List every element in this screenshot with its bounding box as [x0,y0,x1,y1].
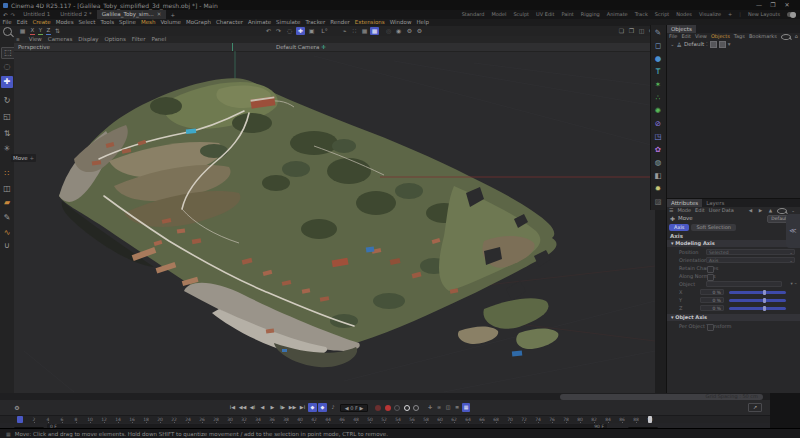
menu-render[interactable]: Render [328,19,353,26]
maximize-button[interactable]: ❐ [766,0,780,10]
group-header-object-axis[interactable]: ▾ Object Axis [667,314,800,321]
back-icon[interactable]: ◀ [747,207,754,214]
axis-toggle-z[interactable]: Z [45,27,52,35]
menu-volume[interactable]: Volume [158,19,183,26]
search-icon[interactable] [781,34,791,40]
layout-tab-rigging[interactable]: Rigging [581,10,600,19]
layout-window-icon[interactable]: ❏ [617,27,626,35]
position-dropdown[interactable]: Selected⌄ [706,249,795,255]
search-icon[interactable] [777,208,787,214]
viewport-menu-display[interactable]: Display [75,36,101,43]
field-icon[interactable]: ◳ [652,131,664,142]
timeline-playhead[interactable] [17,416,23,423]
menu-animate[interactable]: Animate [246,19,274,26]
layout-tab-animate[interactable]: Animate [607,10,628,19]
per-object-transform-checkbox[interactable] [707,324,714,331]
axis-toggle-x[interactable]: X [29,27,36,35]
layout-tab-track[interactable]: Track [635,10,648,19]
tag-caret-icon[interactable]: ▾ [728,41,731,47]
edges-mode[interactable]: ◫ [1,183,13,195]
viewport-menu-options[interactable]: Options [102,36,129,43]
sphere-primitive-icon[interactable]: ● [652,53,664,64]
viewport-menu-filter[interactable]: Filter [129,36,149,43]
timeline-scrollbar[interactable]: Grid Spacing : 50 cm [0,393,770,400]
camera-label[interactable]: Default Camera ✛ [276,43,326,51]
layout-tab-paint[interactable]: Paint [561,10,573,19]
timeline-settings-icon[interactable]: ⚙ [12,403,22,412]
lock-icon[interactable]: ⌄ [789,207,797,214]
polygons-mode[interactable]: ▰ [1,197,13,209]
objects-menu-tags[interactable]: Tags [732,33,747,40]
model-mode-icon[interactable]: ▣ [307,27,316,35]
camera-object-icon[interactable]: ◧ [652,170,664,181]
attributes-tab-layers[interactable]: Layers [702,199,728,207]
motext-icon[interactable]: T [652,66,664,77]
record-position-dot[interactable] [375,405,381,411]
live-selection-tool[interactable]: ⬚ [1,47,15,59]
rotate-tool[interactable]: ↻ [1,95,13,107]
new-layouts-label[interactable]: New Layouts [748,10,780,19]
attributes-menu-icon[interactable]: ☰ [667,207,675,214]
menu-help[interactable]: Help [414,19,432,26]
next-key-button[interactable]: ▶▶ [288,403,297,412]
axis-toggle-y[interactable]: Y [37,27,44,35]
orientation-dropdown[interactable]: Axis⌄ [706,257,795,263]
home-icon[interactable]: ⌂ [793,33,800,40]
light-object-icon[interactable]: ✹ [652,183,664,194]
tag-chip[interactable] [710,41,717,48]
layout-tab-visualize[interactable]: Visualize [699,10,721,19]
generator-icon[interactable]: ✺ [652,105,664,116]
menu-tools[interactable]: Tools [98,19,117,26]
redo-icon[interactable]: ↷ [11,12,19,18]
layout-tab-uv-edit[interactable]: UV Edit [536,10,554,19]
menu-simulate[interactable]: Simulate [274,19,303,26]
menu-window[interactable]: Window [387,19,414,26]
undo-icon[interactable]: ↶ [264,27,273,35]
autokey-button[interactable]: ◆ [318,403,327,412]
visibility-dots[interactable]: ⁚ [706,41,708,47]
attributes-menu-user-data[interactable]: User Data [707,207,736,214]
menu-modes[interactable]: Modes [53,19,76,26]
object-field[interactable] [706,281,782,287]
expander-icon[interactable]: ⌄ [670,41,675,47]
add-key-icon[interactable]: ✛ [426,403,434,412]
layout-panel-icon[interactable]: ❐ [627,27,636,35]
move-tool-icon[interactable]: ✚ [296,27,305,35]
close-button[interactable]: ✕ [780,0,794,10]
viewport[interactable]: ▪ViewCamerasDisplayOptionsFilterPanel Pe… [14,36,655,393]
prev-key-button[interactable]: ◀◀ [238,403,247,412]
objects-tab-objects[interactable]: Objects [667,25,696,33]
current-frame-field[interactable]: ◀ 0 F ▶ [340,404,368,412]
cloner-icon[interactable]: ∴ [652,92,664,103]
record-rotation-dot[interactable] [404,405,410,411]
pen-tool[interactable]: ✎ [1,212,13,224]
group-header-modeling-axis[interactable]: ▾ Modeling Axis [667,240,800,247]
render-team-icon[interactable]: ⚙ [415,27,424,35]
live-selection-icon[interactable]: ◌ [285,27,294,35]
viewport-canvas[interactable] [14,51,655,393]
search-icon[interactable] [1,25,13,43]
attributes-tab-attributes[interactable]: Attributes [667,199,702,207]
undo-icon[interactable]: ↶ [0,12,11,18]
objects-menu-objects[interactable]: Objects [709,33,732,40]
timeline-end-marker[interactable] [648,416,652,423]
spline-pen-tool[interactable]: ∿ [1,227,13,239]
z-value[interactable]: 0 % [700,305,724,311]
viewport-menu-panel[interactable]: Panel [148,36,169,43]
tree-item-default[interactable]: ⌄♙Default⁚▾ [667,40,800,48]
record-param-dot[interactable] [413,405,419,411]
minimize-button[interactable]: — [752,0,766,10]
layout-tab-nodes[interactable]: Nodes [676,10,692,19]
layout-tab-standard[interactable]: Standard [462,10,485,19]
menu-mesh[interactable]: Mesh [138,19,157,26]
menu-select[interactable]: Select [76,19,98,26]
x-slider[interactable] [729,291,786,294]
record-scale-dot[interactable] [394,405,400,411]
goto-start-button[interactable]: I◀ [228,403,237,412]
coord-system-icon[interactable]: L° [320,27,329,35]
attributes-menu-mode[interactable]: Mode [675,207,693,214]
environment-icon[interactable]: ◍ [652,157,664,168]
render-view-icon[interactable]: ◎ [384,27,393,35]
objects-menu-bookmarks[interactable]: Bookmarks [747,33,779,40]
layout-tab-script[interactable]: Script [655,10,670,19]
